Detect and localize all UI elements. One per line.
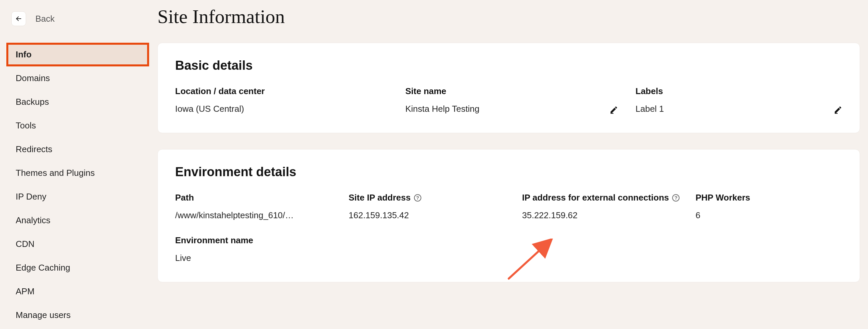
extip-label: IP address for external connections ?: [522, 192, 695, 203]
svg-rect-2: [835, 113, 838, 114]
back-label: Back: [35, 14, 55, 24]
envname-value: Live: [175, 253, 349, 263]
sidebar-item-domains[interactable]: Domains: [6, 66, 149, 90]
sidebar-item-manage-users[interactable]: Manage users: [6, 303, 149, 327]
sidebar-item-backups[interactable]: Backups: [6, 90, 149, 114]
sidebar-item-redirects[interactable]: Redirects: [6, 138, 149, 161]
sidebar-item-apm[interactable]: APM: [6, 280, 149, 303]
siteip-value: 162.159.135.42: [349, 210, 522, 220]
labels-label: Labels: [636, 86, 842, 96]
sidebar-item-ip-deny[interactable]: IP Deny: [6, 185, 149, 209]
environment-details-title: Environment details: [175, 165, 842, 179]
location-value: Iowa (US Central): [175, 104, 405, 114]
sidebar-item-cdn[interactable]: CDN: [6, 232, 149, 256]
help-icon[interactable]: ?: [414, 194, 421, 202]
php-value: 6: [695, 210, 842, 220]
siteip-label: Site IP address ?: [349, 192, 522, 203]
sidebar-item-analytics[interactable]: Analytics: [6, 209, 149, 232]
page-title: Site Information: [157, 5, 285, 28]
pencil-icon: [834, 106, 842, 114]
sidebar-item-info[interactable]: Info: [6, 43, 149, 66]
sitename-value: Kinsta Help Testing: [405, 104, 636, 114]
extip-value: 35.222.159.62: [522, 210, 695, 220]
path-value: /www/kinstahelptesting_610/…: [175, 210, 349, 220]
environment-details-card: Environment details Path /www/kinstahelp…: [157, 149, 860, 282]
extip-label-text: IP address for external connections: [522, 192, 669, 203]
sidebar-item-tools[interactable]: Tools: [6, 114, 149, 138]
help-icon[interactable]: ?: [672, 194, 680, 202]
php-label: PHP Workers: [695, 192, 842, 203]
sidebar-item-themes-plugins[interactable]: Themes and Plugins: [6, 161, 149, 185]
arrow-left-icon: [16, 16, 22, 22]
edit-sitename-button[interactable]: [610, 106, 618, 115]
edit-labels-button[interactable]: [834, 106, 842, 115]
basic-details-title: Basic details: [175, 58, 842, 73]
pencil-icon: [610, 106, 618, 114]
sidebar: Info Domains Backups Tools Redirects The…: [6, 43, 149, 327]
sitename-label: Site name: [405, 86, 636, 96]
location-label: Location / data center: [175, 86, 405, 96]
basic-details-card: Basic details Location / data center Iow…: [157, 43, 860, 133]
labels-value: Label 1: [636, 104, 842, 114]
svg-rect-1: [611, 113, 614, 114]
siteip-label-text: Site IP address: [349, 192, 411, 203]
sidebar-item-edge-caching[interactable]: Edge Caching: [6, 256, 149, 280]
envname-label: Environment name: [175, 235, 349, 246]
path-label: Path: [175, 192, 349, 203]
back-button[interactable]: [11, 11, 26, 26]
